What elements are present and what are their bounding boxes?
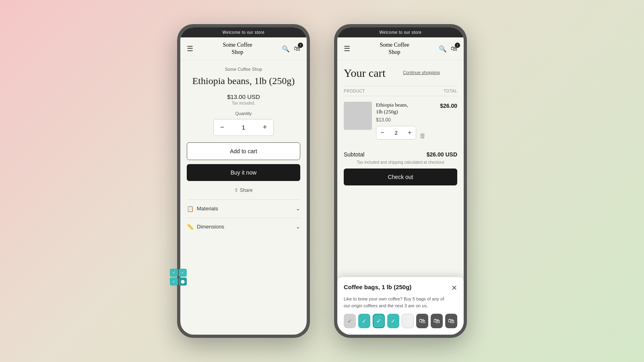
col-product: PRODUCT (344, 89, 365, 93)
cart-badge-2: 2 (455, 43, 460, 48)
accordion-left-dimensions: 📏 Dimensions (187, 224, 224, 230)
subtotal-row: Subtotal $26.00 USD (344, 146, 457, 160)
tax-note-product: Tax included. (187, 101, 300, 105)
popup-icon-bag-2: 🛍 (431, 314, 443, 328)
cart-qty-control: − 2 + (376, 126, 416, 140)
popup-icon-empty (402, 314, 414, 328)
phone-product: Welcome to our store ☰ Some CoffeeShop 🔍… (177, 24, 310, 338)
table-header: PRODUCT TOTAL (344, 86, 457, 96)
nav-icons-1: 🔍 🛍 2 (282, 45, 300, 53)
share-button[interactable]: ⇧ Share (187, 187, 300, 193)
badge-cell-4: ⬤ (179, 278, 187, 286)
cart-header: Your cart Continue shopping (344, 67, 457, 81)
dimensions-icon: 📏 (187, 224, 194, 230)
popup-title: Coffee bags, 1 lb (250g) (344, 284, 411, 290)
chevron-down-dimensions: ⌄ (296, 224, 300, 230)
checkout-button[interactable]: Check out (344, 169, 457, 185)
nav-logo-1: Some CoffeeShop (193, 41, 282, 56)
share-label: Share (240, 187, 253, 193)
popup-icon-gray-1: ✓ (344, 314, 356, 328)
subtotal-label: Subtotal (344, 151, 364, 158)
col-total: TOTAL (444, 89, 457, 93)
cart-item-info: Ethiopia beans,1lb (250g) $13.00 − 2 + 🗑 (376, 102, 436, 140)
tax-checkout-note: Tax included and shipping calculated at … (344, 160, 457, 165)
badge-cell-3: ✓ (170, 278, 178, 286)
product-price: $13.00 USD (187, 93, 300, 100)
nav-1: ☰ Some CoffeeShop 🔍 🛍 2 (180, 37, 307, 60)
cart-badge-1: 2 (298, 43, 303, 48)
cart-item: Ethiopia beans,1lb (250g) $13.00 − 2 + 🗑… (344, 96, 457, 146)
cart-icon-1[interactable]: 🛍 2 (294, 45, 300, 52)
cart-item-image (344, 102, 372, 130)
nav-icons-2: 🔍 🛍 2 (439, 45, 457, 53)
quantity-label: Quantity (187, 111, 300, 116)
cart-qty-increase[interactable]: + (404, 126, 416, 140)
share-icon: ⇧ (234, 187, 238, 193)
popup-icon-teal-3: ✓ (387, 314, 399, 328)
subtotal-value: $26.00 USD (427, 151, 457, 158)
continue-shopping-link[interactable]: Continue shopping (403, 70, 440, 75)
banner-1: Welcome to our store (180, 27, 307, 37)
badge-cell-1: ✓ (170, 269, 178, 277)
accordion-materials-label: Materials (197, 206, 218, 212)
menu-icon-1[interactable]: ☰ (187, 44, 193, 53)
quantity-control: − 1 + (213, 119, 274, 136)
phone-cart: Welcome to our store ☰ Some CoffeeShop 🔍… (334, 24, 467, 338)
popup: Coffee bags, 1 lb (250g) ✕ Like to brew … (337, 277, 464, 335)
accordion-left-materials: 📋 Materials (187, 206, 218, 212)
cart-title: Your cart (344, 67, 386, 80)
search-icon-1[interactable]: 🔍 (282, 45, 290, 53)
nav-logo-2: Some CoffeeShop (350, 41, 439, 56)
cart-icon-2[interactable]: 🛍 2 (451, 45, 457, 52)
accordion-dimensions-label: Dimensions (197, 224, 224, 230)
chevron-down-materials: ⌄ (296, 206, 300, 212)
banner-2: Welcome to our store (337, 27, 464, 37)
menu-icon-2[interactable]: ☰ (344, 44, 350, 53)
popup-icon-teal-2: ✓ (373, 314, 385, 328)
product-content: Some Coffee Shop Ethiopia beans, 1lb (25… (180, 60, 307, 335)
nav-2: ☰ Some CoffeeShop 🔍 🛍 2 (337, 37, 464, 60)
cart-qty-decrease[interactable]: − (376, 126, 388, 140)
popup-icon-teal-1: ✓ (358, 314, 370, 328)
cart-item-total: $26.00 (440, 103, 457, 109)
buy-now-button[interactable]: Buy it now (187, 164, 300, 181)
materials-icon: 📋 (187, 206, 194, 212)
popup-header: Coffee bags, 1 lb (250g) ✕ (344, 284, 457, 292)
qty-decrease[interactable]: − (214, 119, 231, 136)
badge-cell-2: ✓ (179, 269, 187, 277)
qty-value: 1 (231, 124, 256, 131)
popup-desc: Like to brew your own coffee? Buy 5 bags… (344, 296, 457, 309)
product-brand: Some Coffee Shop (187, 67, 300, 72)
cart-qty-value: 2 (388, 130, 404, 136)
delete-item-button[interactable]: 🗑 (419, 132, 426, 140)
search-icon-2[interactable]: 🔍 (439, 45, 447, 53)
icon-badge: ✓ ✓ ✓ ⬤ (170, 269, 187, 286)
add-to-cart-button[interactable]: Add to cart (187, 142, 300, 160)
popup-icon-bag-3: 🛍 (445, 314, 457, 328)
popup-close-button[interactable]: ✕ (451, 284, 457, 292)
banner-text-2: Welcome to our store (380, 30, 422, 35)
accordion-materials[interactable]: 📋 Materials ⌄ (187, 200, 300, 218)
popup-icon-bag-1: 🛍 (416, 314, 428, 328)
cart-item-unit-price: $13.00 (376, 117, 436, 123)
cart-item-name: Ethiopia beans,1lb (250g) (376, 102, 436, 115)
popup-icons: ✓ ✓ ✓ ✓ 🛍 🛍 🛍 (344, 314, 457, 328)
banner-text-1: Welcome to our store (223, 30, 265, 35)
accordion-dimensions[interactable]: 📏 Dimensions ⌄ (187, 218, 300, 236)
qty-increase[interactable]: + (256, 119, 273, 136)
product-title: Ethiopia beans, 1lb (250g) (187, 75, 300, 87)
